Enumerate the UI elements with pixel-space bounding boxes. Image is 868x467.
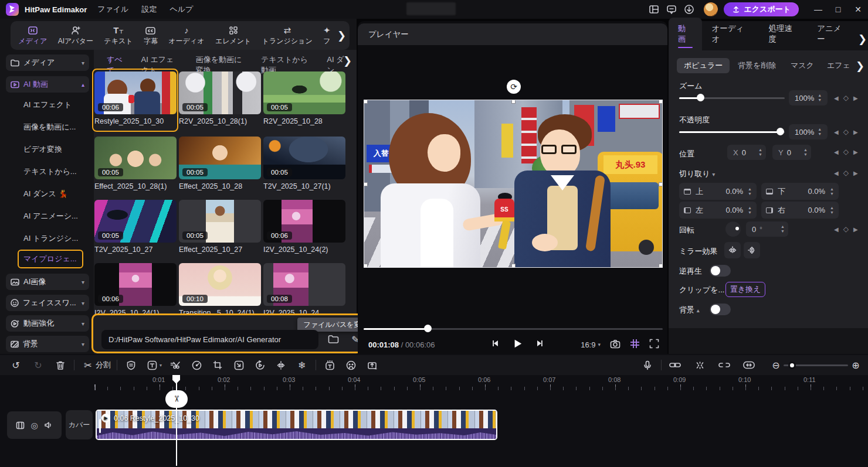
sidebar-item-background[interactable]: 背景 ▾ bbox=[6, 336, 89, 352]
tab-speed[interactable]: 処理速度 bbox=[759, 23, 808, 50]
position-keyframe-controls[interactable]: ◀◇▶ bbox=[834, 148, 858, 156]
window-minimize-button[interactable]: — bbox=[808, 1, 828, 18]
sidebar-item-video-enhance[interactable]: 動画強化 ▾ bbox=[6, 315, 89, 332]
step-up-icon[interactable]: ▲ bbox=[748, 188, 752, 191]
timeline-zoom-slider[interactable] bbox=[784, 359, 848, 371]
opacity-slider-knob[interactable] bbox=[777, 128, 784, 135]
next-frame-button[interactable] bbox=[535, 339, 544, 350]
step-down-icon[interactable]: ▼ bbox=[830, 192, 834, 196]
flip-horizontal-button[interactable] bbox=[724, 242, 741, 258]
subtab-remove-bg[interactable]: 背景を削除 bbox=[731, 58, 783, 73]
playhead-split-button[interactable]: ✂ bbox=[165, 390, 188, 408]
sidebar-sub-video-convert[interactable]: ビデオ変換 bbox=[23, 144, 62, 155]
media-item[interactable]: 00:05 R2V_2025_10_28(1) bbox=[179, 71, 261, 125]
sidebar-sub-image-to-video[interactable]: 画像を動画に... bbox=[23, 121, 76, 133]
sidebar-sub-ai-effect[interactable]: AI エフェクト bbox=[23, 99, 72, 111]
menu-settings[interactable]: 設定 bbox=[141, 4, 157, 15]
text-style-icon[interactable] bbox=[144, 357, 160, 373]
play-button[interactable] bbox=[513, 339, 523, 351]
grid-overlay-icon[interactable] bbox=[630, 339, 640, 350]
selection-handle[interactable] bbox=[659, 100, 663, 104]
step-down-icon[interactable]: ▼ bbox=[758, 153, 762, 156]
tab-transitions[interactable]: ⇄ トランジション bbox=[257, 25, 318, 46]
selection-handle[interactable] bbox=[364, 264, 368, 268]
reverse-play-icon[interactable] bbox=[252, 357, 267, 373]
background-toggle[interactable] bbox=[710, 304, 731, 315]
undo-icon[interactable]: ↺ bbox=[8, 357, 23, 373]
quality-badge-icon[interactable] bbox=[123, 357, 138, 373]
user-avatar[interactable] bbox=[704, 2, 718, 16]
media-thumbnail[interactable]: 00:10 bbox=[179, 263, 261, 306]
subtabs-expand-icon[interactable]: ❯ bbox=[855, 60, 866, 73]
position-x-box[interactable]: X 0▲▼ bbox=[727, 145, 766, 160]
timeline-clip[interactable]: ▶ 0:06 Restyle_2025_10_30 bbox=[96, 410, 497, 440]
subtab-popular[interactable]: ポピュラー bbox=[677, 58, 730, 73]
speed-icon[interactable] bbox=[189, 357, 204, 373]
window-maximize-button[interactable]: □ bbox=[828, 1, 848, 18]
export-clip-icon[interactable] bbox=[364, 357, 379, 373]
media-item[interactable]: 00:05 R2V_2025_10_28 bbox=[263, 71, 345, 125]
media-item[interactable]: 00:06 I2V_2025_10_24(2) bbox=[263, 200, 345, 254]
sidebar-sub-ai-transition[interactable]: AI トランジシ... bbox=[23, 233, 78, 244]
trim-icon[interactable] bbox=[168, 357, 183, 373]
tab-filters-truncated[interactable]: ✦ フ bbox=[318, 25, 336, 46]
tab-subtitles[interactable]: 字幕 bbox=[138, 25, 163, 46]
tab-video[interactable]: 動画 bbox=[669, 18, 702, 50]
download-icon[interactable] bbox=[680, 2, 698, 16]
feedback-icon[interactable] bbox=[663, 2, 680, 16]
rotate-knob[interactable] bbox=[725, 221, 741, 237]
rotate-value-box[interactable]: 0 ° ▲▼ bbox=[746, 221, 788, 237]
rotate-handle[interactable]: ⟳ bbox=[507, 80, 521, 94]
crop-top-box[interactable]: 上 0.0%▲▼ bbox=[679, 183, 757, 200]
selection-handle[interactable] bbox=[659, 182, 663, 186]
selection-handle[interactable] bbox=[511, 100, 516, 104]
fit-timeline-icon[interactable] bbox=[741, 357, 757, 373]
sidebar-sub-my-projects[interactable]: マイプロジェ... bbox=[23, 253, 77, 265]
step-down-icon[interactable]: ▼ bbox=[748, 192, 752, 196]
media-item[interactable]: 00:08 I2V_2025_10_24 bbox=[263, 263, 345, 317]
sidebar-sub-text-to-video[interactable]: テキストから... bbox=[23, 166, 77, 178]
crop-keyframe-controls[interactable]: ◀◇▶ bbox=[834, 169, 858, 177]
media-item[interactable]: 00:06 I2V_2025_10_24(1) bbox=[94, 263, 177, 317]
media-thumbnail[interactable]: 00:06 bbox=[263, 200, 345, 243]
media-item[interactable]: 00:06 Restyle_2025_10_30 bbox=[94, 71, 177, 125]
position-y-box[interactable]: Y 0▲▼ bbox=[772, 145, 811, 160]
snapshot-icon[interactable] bbox=[610, 339, 621, 350]
media-thumbnail[interactable]: 00:05 bbox=[179, 200, 261, 243]
split-label[interactable]: 分割 bbox=[96, 360, 111, 370]
tab-media[interactable]: メディア bbox=[13, 25, 53, 46]
step-up-icon[interactable]: ▲ bbox=[781, 225, 785, 229]
link-clips-icon[interactable] bbox=[667, 357, 683, 373]
fullscreen-icon[interactable] bbox=[649, 339, 659, 350]
tab-text[interactable]: T⊤ テキスト bbox=[99, 25, 138, 46]
previous-frame-button[interactable] bbox=[491, 339, 500, 350]
opacity-keyframe-controls[interactable]: ◀◇▶ bbox=[834, 128, 858, 136]
zoom-value-box[interactable]: 100%▲▼ bbox=[789, 90, 828, 105]
tab-audio-props[interactable]: オーディオ bbox=[702, 23, 759, 50]
opacity-value-box[interactable]: 100%▲▼ bbox=[789, 124, 828, 139]
media-thumbnail[interactable]: 00:05 bbox=[94, 137, 177, 179]
tab-audio[interactable]: ♪ オーディオ bbox=[163, 25, 210, 46]
media-thumbnail[interactable]: 00:08 bbox=[263, 263, 345, 306]
crop-icon[interactable] bbox=[210, 357, 225, 373]
media-item[interactable]: 00:05 Effect_2025_10_27 bbox=[179, 200, 261, 254]
step-up-icon[interactable]: ▲ bbox=[830, 188, 834, 191]
zoom-out-icon[interactable]: ⊖ bbox=[768, 357, 784, 373]
crop-label[interactable]: 切り取り ▾ bbox=[679, 169, 715, 179]
media-item[interactable]: 00:10 Transition...5_10_24(1) bbox=[179, 263, 261, 317]
media-thumbnail[interactable]: 00:05 bbox=[263, 137, 345, 179]
playhead-handle[interactable] bbox=[172, 375, 180, 384]
step-down-icon[interactable]: ▼ bbox=[818, 98, 822, 102]
sidebar-item-face-swap[interactable]: フェイススワ... ▾ bbox=[6, 295, 89, 311]
step-down-icon[interactable]: ▼ bbox=[818, 132, 822, 136]
crop-right-box[interactable]: 右 0.0%▲▼ bbox=[761, 202, 839, 219]
inspector-tabs-expand-icon[interactable]: ❯ bbox=[857, 33, 868, 46]
media-tabs-expand-icon[interactable]: ❯ bbox=[342, 54, 353, 67]
file-path-input[interactable]: D:/HitPaw Software/HitPaw Edimakor/AI Ge… bbox=[101, 330, 318, 349]
crop-bottom-box[interactable]: 下 0.0%▲▼ bbox=[761, 183, 839, 200]
auto-subtitle-icon[interactable] bbox=[322, 357, 337, 373]
tab-elements[interactable]: エレメント bbox=[210, 25, 257, 46]
clip-trim-handle[interactable] bbox=[99, 419, 101, 433]
video-preview[interactable]: 入替カド 丸头.93 SS bbox=[364, 100, 663, 268]
zoom-slider-knob[interactable] bbox=[697, 94, 704, 101]
